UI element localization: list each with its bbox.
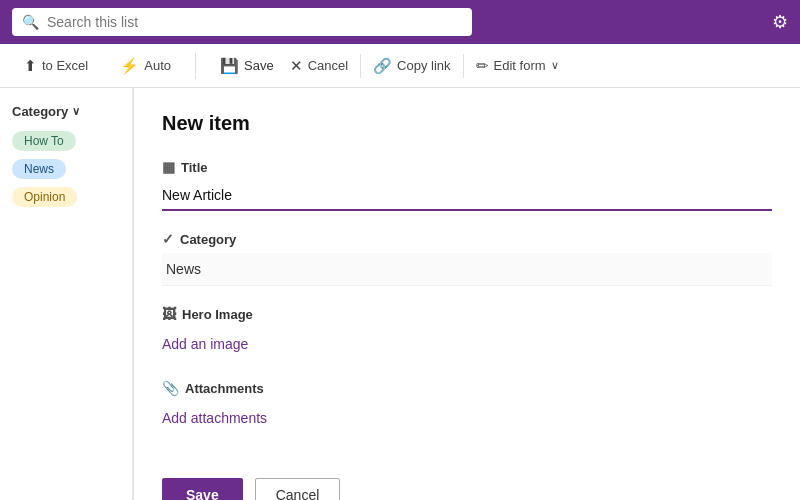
category-label-text: Category: [180, 232, 236, 247]
tag-howto[interactable]: How To: [12, 131, 76, 151]
attachments-label-text: Attachments: [185, 381, 264, 396]
category-field-group: ✓ Category News: [162, 231, 772, 286]
title-label-text: Title: [181, 160, 208, 175]
category-field-label: ✓ Category: [162, 231, 772, 247]
copy-link-button[interactable]: 🔗 Copy link: [365, 53, 458, 79]
edit-form-label: Edit form: [494, 58, 546, 73]
toolbar-divider2: [463, 54, 464, 78]
automate-button[interactable]: ⚡ Auto: [112, 53, 179, 79]
search-input[interactable]: [47, 14, 462, 30]
export-excel-button[interactable]: ⬆ to Excel: [16, 53, 96, 79]
toolbar-divider: [360, 54, 361, 78]
export-label: to Excel: [42, 58, 88, 73]
title-field-group: ▦ Title: [162, 159, 772, 211]
automate-label: Auto: [144, 58, 171, 73]
hero-image-label-icon: 🖼: [162, 306, 176, 322]
link-icon: 🔗: [373, 57, 392, 75]
add-image-link[interactable]: Add an image: [162, 328, 772, 360]
attachments-field-label: 📎 Attachments: [162, 380, 772, 396]
search-icon: 🔍: [22, 14, 39, 30]
edit-icon: ✏: [476, 57, 489, 75]
save-icon: 💾: [220, 57, 239, 75]
panel-cancel-button[interactable]: Cancel: [255, 478, 341, 500]
cancel-icon: ✕: [290, 57, 303, 75]
category-chevron-icon: ∨: [72, 105, 80, 118]
hero-image-field-label: 🖼 Hero Image: [162, 306, 772, 322]
category-value[interactable]: News: [162, 253, 772, 286]
attachments-label-icon: 📎: [162, 380, 179, 396]
category-label-icon: ✓: [162, 231, 174, 247]
settings-icon[interactable]: ⚙: [772, 11, 788, 33]
toolbar-save-button[interactable]: 💾 Save: [212, 53, 282, 79]
main-layout: Category ∨ How To News Opinion New item …: [0, 88, 800, 500]
top-bar: 🔍 ⚙: [0, 0, 800, 44]
panel-save-button[interactable]: Save: [162, 478, 243, 500]
title-input[interactable]: [162, 181, 772, 211]
tag-news[interactable]: News: [12, 159, 66, 179]
toolbar-cancel-label: Cancel: [308, 58, 348, 73]
attachments-field-group: 📎 Attachments Add attachments: [162, 380, 772, 434]
toolbar: ⬆ to Excel ⚡ Auto 💾 Save ✕ Cancel 🔗 Copy…: [0, 44, 800, 88]
tag-opinion[interactable]: Opinion: [12, 187, 77, 207]
edit-form-button[interactable]: ✏ Edit form ∨: [468, 53, 567, 79]
hero-image-field-group: 🖼 Hero Image Add an image: [162, 306, 772, 360]
copy-link-label: Copy link: [397, 58, 450, 73]
new-item-panel: New item ▦ Title ✓ Category News: [133, 88, 800, 500]
export-icon: ⬆: [24, 57, 37, 75]
title-field-label: ▦ Title: [162, 159, 772, 175]
title-label-icon: ▦: [162, 159, 175, 175]
add-attachments-link[interactable]: Add attachments: [162, 402, 772, 434]
toolbar-save-label: Save: [244, 58, 274, 73]
panel-overlay: New item ▦ Title ✓ Category News: [133, 88, 800, 500]
category-tags-list: How To News Opinion: [12, 131, 120, 207]
panel-actions: Save Cancel: [162, 462, 772, 500]
sidebar: Category ∨ How To News Opinion: [0, 88, 133, 500]
hero-image-label-text: Hero Image: [182, 307, 253, 322]
panel-title: New item: [162, 112, 772, 135]
category-filter-header[interactable]: Category ∨: [12, 104, 120, 119]
automate-icon: ⚡: [120, 57, 139, 75]
toolbar-cancel-button[interactable]: ✕ Cancel: [282, 53, 356, 79]
search-container: 🔍: [12, 8, 472, 36]
toolbar-left: ⬆ to Excel ⚡ Auto: [16, 53, 196, 79]
category-header-label: Category: [12, 104, 68, 119]
edit-form-chevron: ∨: [551, 59, 559, 72]
